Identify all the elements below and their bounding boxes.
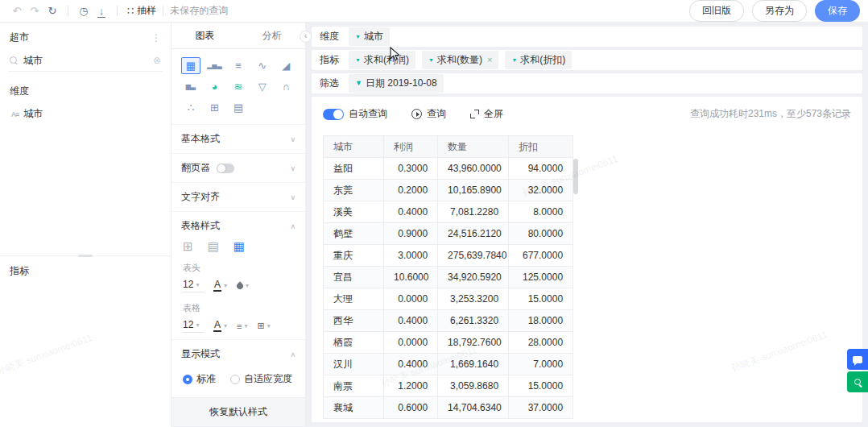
table-chart-icon[interactable]: ▦ xyxy=(181,57,200,74)
style-preset-header-icon[interactable]: ▦ xyxy=(234,240,245,252)
field-tag[interactable]: ▼求和(利润) xyxy=(349,51,415,69)
table-row: 南票1.20003,059.868015.0000 xyxy=(324,375,573,397)
style-preset-banded-icon[interactable]: ▤ xyxy=(208,240,219,252)
sampling-label: 抽样 xyxy=(137,4,156,18)
scatter-chart-icon[interactable]: ∴ xyxy=(181,99,200,116)
undo-icon[interactable]: ↶ xyxy=(8,6,26,16)
cell-value: 80.0000 xyxy=(509,223,573,245)
tag-label: 求和(利润) xyxy=(364,53,409,67)
river-chart-icon[interactable]: ≋ xyxy=(229,78,248,95)
clear-search-icon[interactable]: ⊗ xyxy=(153,55,161,66)
tab-chart[interactable]: 图表 xyxy=(172,23,238,48)
customer-service-button[interactable] xyxy=(847,349,868,370)
field-tag[interactable]: ▼求和(折扣) xyxy=(505,51,572,69)
refresh-icon[interactable]: ↻ xyxy=(43,6,61,16)
cell-value: 15.0000 xyxy=(509,288,573,310)
gauge-chart-icon[interactable]: ∩ xyxy=(276,78,296,95)
table-border-style-picker[interactable]: ≡ ▾ xyxy=(237,321,247,331)
area-chart-icon[interactable]: ◢ xyxy=(276,57,296,74)
header-fill-color-picker[interactable]: ▾ xyxy=(237,282,249,289)
grouped-column-chart-icon[interactable]: ▆▃ xyxy=(181,78,200,95)
fullscreen-button[interactable]: 全屏 xyxy=(470,107,503,121)
pivot-table-icon[interactable]: ▤ xyxy=(229,99,248,116)
radio-dot-icon xyxy=(230,375,240,384)
remove-tag-icon[interactable]: × xyxy=(487,56,492,64)
cell-value: 0.6000 xyxy=(384,397,438,419)
sampling-button[interactable]: ∷ 抽样 xyxy=(127,4,156,18)
redo-icon[interactable]: ↷ xyxy=(26,6,43,16)
cell-value: 8.0000 xyxy=(509,201,573,223)
basic-format-header[interactable]: 基本格式 ∨ xyxy=(172,125,305,153)
field-label: 城市 xyxy=(23,107,43,121)
dimensions-row-label: 维度 xyxy=(320,30,339,44)
display-mode-header[interactable]: 显示模式 ∧ xyxy=(172,340,305,368)
style-preset-plain-icon[interactable]: ⊞ xyxy=(183,240,193,252)
help-search-button[interactable] xyxy=(847,371,868,392)
bar-chart-icon[interactable]: ≡ xyxy=(229,57,248,74)
dropdown-caret-icon: ▼ xyxy=(428,57,434,63)
section-display-mode: 显示模式 ∧ 标准 自适应宽度 xyxy=(172,339,305,394)
table-row: 大理0.00003,253.320015.0000 xyxy=(324,288,573,310)
sampling-icon: ∷ xyxy=(127,5,134,17)
table-row: 西华0.40006,261.332018.0000 xyxy=(324,310,573,332)
section-basic-format: 基本格式 ∨ xyxy=(172,124,305,153)
table-border-grid-picker[interactable]: ⊞ ▾ xyxy=(258,321,271,331)
table-row: 鹤壁0.900024,516.212080.0000 xyxy=(324,223,573,245)
save-button[interactable]: 保存 xyxy=(815,0,860,22)
cell-value: 0.9000 xyxy=(384,223,438,245)
radio-adaptive-width[interactable]: 自适应宽度 xyxy=(230,372,292,386)
table-row: 益阳0.300043,960.000094.0000 xyxy=(324,158,573,180)
column-header: 折扣 xyxy=(509,136,573,158)
column-header: 利润 xyxy=(384,136,438,158)
dimension-field-city[interactable]: A≡ 城市 xyxy=(0,102,171,126)
pager-header[interactable]: 翻页器 ∨ xyxy=(172,154,305,182)
table-style-header[interactable]: 表格样式 ∧ xyxy=(172,212,305,240)
auto-query-toggle[interactable] xyxy=(323,109,344,120)
pie-chart-icon[interactable]: ◕ xyxy=(205,78,225,95)
collapse-panel-icon[interactable]: ‹ xyxy=(300,31,312,43)
table-row: 东莞0.200010,165.890032.0000 xyxy=(324,180,573,201)
field-search-input[interactable] xyxy=(23,55,148,66)
crosstab-chart-icon[interactable]: ⊞ xyxy=(205,99,225,116)
tab-analysis[interactable]: 分析 xyxy=(238,23,305,48)
more-icon[interactable]: ⋮ xyxy=(151,32,161,44)
radio-label: 标准 xyxy=(196,372,216,386)
cell-city: 西华 xyxy=(324,310,384,332)
cell-value: 0.4000 xyxy=(384,201,438,223)
chevron-down-icon: ∨ xyxy=(290,193,296,201)
cell-value: 0.2000 xyxy=(384,180,438,201)
table-font-color-picker[interactable]: A ▾ xyxy=(213,320,227,332)
table-body-style-label: 表格 xyxy=(172,299,305,317)
header-font-color-picker[interactable]: A ▾ xyxy=(213,280,227,292)
radio-standard[interactable]: 标准 xyxy=(183,372,216,386)
panel-resize-handle[interactable] xyxy=(0,255,171,256)
cell-value: 7,081.2280 xyxy=(438,201,509,223)
chevron-up-icon: ∧ xyxy=(290,222,296,230)
table-font-size-select[interactable]: 12 ▾ xyxy=(183,319,204,333)
field-tag[interactable]: ▼城市 xyxy=(349,27,390,46)
query-button[interactable]: 查询 xyxy=(411,107,446,121)
cell-city: 汉川 xyxy=(324,354,384,375)
magnifier-icon xyxy=(854,379,862,386)
column-chart-icon[interactable]: ▂▅▃ xyxy=(205,57,225,74)
pager-toggle[interactable] xyxy=(217,164,234,173)
download-icon[interactable]: ↓ xyxy=(93,6,110,16)
funnel-chart-icon[interactable]: ▽ xyxy=(253,78,272,95)
old-version-button[interactable]: 回旧版 xyxy=(689,0,744,22)
filters-row: 筛选 ▼ 日期 2019-10-08 xyxy=(312,73,862,93)
reset-default-style-button[interactable]: 恢复默认样式 xyxy=(172,397,305,427)
filter-tag[interactable]: ▼ 日期 2019-10-08 xyxy=(349,74,444,93)
cell-value: 18,792.7600 xyxy=(438,332,509,354)
save-as-button[interactable]: 另存为 xyxy=(752,0,807,22)
cell-value: 6,261.3320 xyxy=(438,310,509,332)
text-align-header[interactable]: 文字对齐 ∨ xyxy=(172,183,305,211)
line-chart-icon[interactable]: ∿ xyxy=(253,57,272,74)
field-tag[interactable]: ▼求和(数量)× xyxy=(422,51,498,69)
header-font-size-select[interactable]: 12 ▾ xyxy=(183,279,204,292)
chart-type-grid: ▦▂▅▃≡∿◢▆▃◕≋▽∩∴⊞▤ xyxy=(172,49,305,124)
history-icon[interactable]: ◷ xyxy=(75,6,93,16)
table-scrollbar[interactable] xyxy=(573,159,578,194)
cell-value: 0.0000 xyxy=(384,288,438,310)
result-table: 城市利润数量折扣 益阳0.300043,960.000094.0000东莞0.2… xyxy=(323,135,573,419)
query-label: 查询 xyxy=(427,107,446,121)
